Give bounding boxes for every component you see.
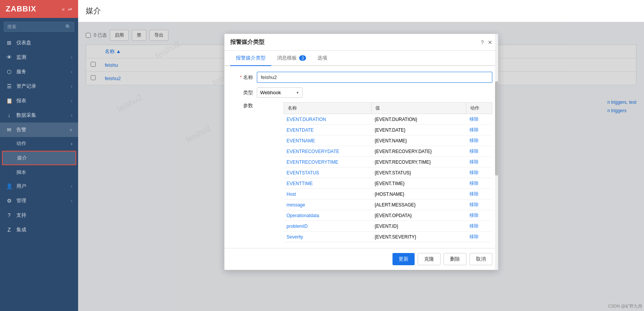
remove-param-link[interactable]: 移除	[469, 148, 479, 154]
sidebar-item-label: 集成	[16, 226, 26, 233]
sidebar-item-label: 脚本	[16, 169, 26, 176]
param-name: EVENTTIME	[284, 178, 372, 189]
sidebar-item-user[interactable]: 👤 用户 ›	[0, 179, 78, 193]
sidebar-item-support[interactable]: ? 支持	[0, 208, 78, 222]
sidebar: ZABBIX « ⇌ 🔍 ⊞ 仪表盘 👁 监测 › ⬡ 服务 › ☰ 资产记录	[0, 0, 78, 311]
param-value: {ALERT.MESSAGE}	[372, 200, 466, 210]
param-name: problemID	[284, 221, 372, 232]
remove-param-link[interactable]: 移除	[469, 213, 479, 218]
sidebar-item-label: 仪表盘	[16, 39, 31, 46]
params-table-row: problemID {EVENT.ID} 移除	[284, 221, 492, 232]
search-icon: 🔍	[65, 24, 71, 30]
sidebar-item-dashboard[interactable]: ⊞ 仪表盘	[0, 35, 78, 50]
modal-title: 报警媒介类型	[230, 39, 264, 46]
col-header-value: 值	[372, 103, 466, 114]
logo-area: ZABBIX « ⇌	[0, 0, 78, 18]
report-icon: 📋	[6, 98, 13, 104]
form-row-name: *名称	[230, 72, 492, 83]
params-table-row: EVENTSTATUS {EVENT.STATUS} 移除	[284, 168, 492, 178]
sidebar-item-label: 数据采集	[16, 112, 36, 119]
remove-param-link[interactable]: 移除	[469, 180, 479, 186]
tab-label: 消息模板	[277, 55, 297, 61]
sidebar-item-label: 服务	[16, 68, 26, 75]
modal-overlay: 报警媒介类型 ? ✕ 报警媒介类型 消息模板 3	[78, 22, 644, 311]
asset-icon: ☰	[6, 83, 13, 89]
remove-param-link[interactable]: 移除	[469, 223, 479, 229]
support-icon: ?	[6, 212, 13, 218]
remove-param-link[interactable]: 移除	[469, 234, 479, 239]
params-table-row: EVENTRECOVERYTIME {EVENT.RECOVERY.TIME} …	[284, 157, 492, 168]
remove-param-link[interactable]: 移除	[469, 159, 479, 164]
sidebar-item-report[interactable]: 📋 报表 ›	[0, 93, 78, 108]
update-button[interactable]: 更新	[392, 253, 415, 265]
remove-param-link[interactable]: 移除	[469, 170, 479, 175]
name-label: *名称	[230, 74, 253, 81]
params-table-row: EVENTDATE {EVENT.DATE} 移除	[284, 125, 492, 135]
chevron-right-icon: ›	[71, 98, 72, 103]
page-title: 媒介	[86, 6, 101, 15]
cancel-button[interactable]: 取消	[469, 253, 492, 265]
tab-label: 报警媒介类型	[236, 55, 266, 61]
sidebar-item-label: 媒介	[17, 155, 27, 161]
chevron-right-icon: ›	[71, 113, 72, 118]
chevron-right-icon: ›	[71, 55, 72, 60]
params-table-row: EVENTTIME {EVENT.TIME} 移除	[284, 178, 492, 189]
sidebar-subitem-actions[interactable]: 动作 ›	[0, 137, 78, 150]
search-input[interactable]	[4, 22, 74, 32]
delete-button[interactable]: 删除	[444, 253, 466, 265]
params-label: 参数	[230, 102, 253, 239]
sidebar-item-admin[interactable]: ⚙ 管理 ›	[0, 193, 78, 208]
remove-param-link[interactable]: 移除	[469, 191, 479, 197]
col-header-name: 名称	[284, 103, 372, 114]
type-select-wrap: Webhook Email SMS	[257, 87, 303, 98]
remove-param-link[interactable]: 移除	[469, 138, 479, 143]
chevron-down-icon: ∧	[69, 127, 72, 132]
sidebar-item-asset[interactable]: ☰ 资产记录 ›	[0, 79, 78, 93]
collapse-icon[interactable]: «	[62, 6, 65, 12]
form-row-type: 类型 Webhook Email SMS	[230, 87, 492, 98]
param-value: {HOST.NAME}	[372, 189, 466, 200]
name-input[interactable]	[257, 72, 492, 83]
param-value: {EVENT.STATUS}	[372, 168, 466, 178]
remove-param-link[interactable]: 移除	[469, 127, 479, 132]
sidebar-subitem-media[interactable]: 媒介	[2, 151, 76, 165]
modal-footer: 更新 克隆 删除 取消	[224, 248, 498, 270]
chevron-right-icon: ›	[71, 84, 72, 89]
scrollbar-thumb	[495, 81, 498, 176]
remove-param-link[interactable]: 移除	[469, 116, 479, 122]
params-table-row: Host {HOST.NAME} 移除	[284, 189, 492, 200]
type-select[interactable]: Webhook Email SMS	[257, 87, 303, 98]
tab-label: 选项	[317, 55, 327, 61]
sidebar-item-service[interactable]: ⬡ 服务 ›	[0, 64, 78, 79]
param-value: {EVENT.RECOVERY.TIME}	[372, 157, 466, 168]
sidebar-item-alert[interactable]: ✉ 告警 ∧	[0, 122, 78, 137]
params-table-header: 名称 值 动作	[284, 103, 492, 114]
clone-button[interactable]: 克隆	[418, 253, 441, 265]
logo-icons: « ⇌	[62, 6, 72, 12]
sidebar-subitem-scripts[interactable]: 脚本	[0, 166, 78, 179]
sidebar-item-label: 资产记录	[16, 83, 36, 90]
main-content: 媒介 feishu2 feishu2 feishu2 feishu2 0 已选 …	[78, 0, 644, 311]
modal-header: 报警媒介类型 ? ✕	[224, 34, 498, 51]
sidebar-item-integration[interactable]: Z 集成	[0, 222, 78, 237]
expand-icon[interactable]: ⇌	[68, 6, 72, 12]
modal-header-icons: ? ✕	[481, 39, 492, 45]
params-section: 参数 名称 值 动作	[230, 102, 492, 242]
tab-media-type[interactable]: 报警媒介类型	[230, 51, 271, 66]
sidebar-item-monitor[interactable]: 👁 监测 ›	[0, 50, 78, 64]
param-value: {EVENT.NAME}	[372, 135, 466, 146]
remove-param-link[interactable]: 移除	[469, 202, 479, 207]
alert-icon: ✉	[6, 127, 13, 133]
param-value: {EVENT.SEVERITY}	[372, 232, 466, 242]
tab-message-template[interactable]: 消息模板 3	[271, 51, 312, 65]
sidebar-item-datacollect[interactable]: ↓ 数据采集 ›	[0, 108, 78, 122]
scrollbar[interactable]	[495, 34, 498, 270]
param-name: EVENTSTATUS	[284, 168, 372, 178]
param-value: {EVENT.DURATION}	[372, 114, 466, 125]
datacollect-icon: ↓	[6, 112, 13, 118]
param-name: EVENTDATE	[284, 125, 372, 135]
help-icon[interactable]: ?	[481, 39, 484, 45]
tab-options[interactable]: 选项	[312, 51, 333, 65]
param-name: EVENTRECOVERYDATE	[284, 146, 372, 157]
close-icon[interactable]: ✕	[488, 39, 492, 45]
